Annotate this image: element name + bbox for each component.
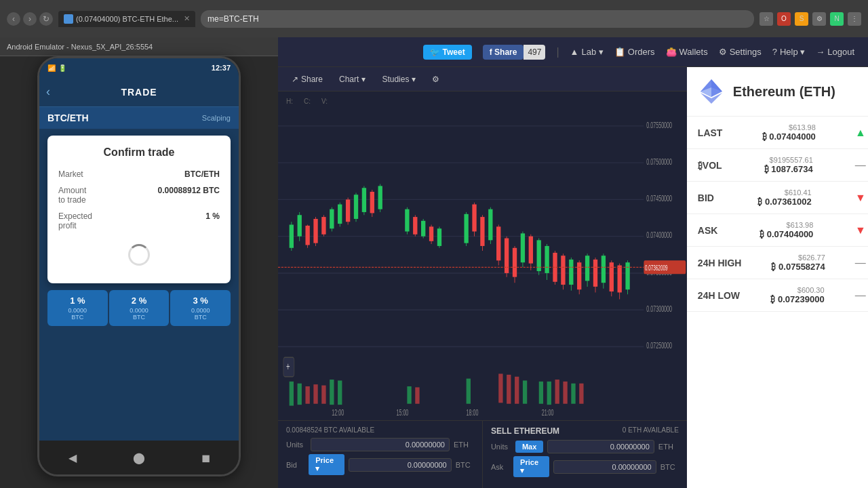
svg-rect-25 xyxy=(330,209,334,229)
help-icon: ? xyxy=(772,47,777,57)
svg-text:12:00: 12:00 xyxy=(332,408,344,418)
fb-share-group: f Share 497 xyxy=(483,45,546,60)
last-value: $613.98 ₿ 0.07404000 xyxy=(762,123,816,142)
bid-usd: $610.41 xyxy=(757,188,811,197)
tab-favicon xyxy=(64,14,73,24)
buy-price-input[interactable] xyxy=(349,458,452,472)
top-nav: 🐦 Tweet f Share 497 | ▲ Lab ▾ 📋 Orders 👛… xyxy=(278,37,868,67)
price-dropdown-button[interactable]: Price ▾ xyxy=(309,454,344,475)
svg-rect-83 xyxy=(601,256,606,283)
app-top-bar: ‹ TRADE xyxy=(39,77,239,107)
bvol-btc: ₿ 1087.6734 xyxy=(764,164,813,174)
browser-icons: ☆ O S ⚙ N ⋮ xyxy=(760,12,861,26)
back-arrow-icon[interactable]: ‹ xyxy=(46,85,50,99)
svg-text:0.07400000: 0.07400000 xyxy=(646,230,672,240)
back-nav-btn[interactable]: ◀ xyxy=(62,447,83,468)
svg-rect-98 xyxy=(330,380,334,405)
amount-value: 0.00088912 BTC xyxy=(158,186,220,195)
svg-rect-108 xyxy=(547,382,551,405)
pct-3-amount: 0.0000BTC xyxy=(173,307,228,321)
star-icon[interactable]: ☆ xyxy=(760,12,773,26)
pct-2-label: 2 % xyxy=(112,296,167,306)
menu-icon[interactable]: ⋮ xyxy=(848,12,861,26)
pct-btn-1[interactable]: 1 % 0.0000BTC xyxy=(47,290,108,326)
chart-tool-button[interactable]: Chart ▾ xyxy=(334,73,371,86)
sell-eth-currency: ETH xyxy=(658,443,679,451)
svg-rect-93 xyxy=(290,382,294,406)
wallets-icon: 👛 xyxy=(666,47,677,57)
svg-rect-94 xyxy=(298,384,302,405)
ext1-icon[interactable]: O xyxy=(777,12,791,26)
eth-24h-high-row: 24H HIGH $626.77 ₿ 0.07558274 — xyxy=(687,247,868,279)
24h-high-btc: ₿ 0.07558274 xyxy=(771,262,825,272)
forward-button[interactable]: › xyxy=(23,12,37,26)
svg-text:0.07500000: 0.07500000 xyxy=(646,157,672,167)
profit-value: 1 % xyxy=(205,211,220,221)
fb-share-button[interactable]: f Share xyxy=(483,45,524,60)
nav-settings[interactable]: ⚙ Settings xyxy=(719,47,762,57)
reload-button[interactable]: ↻ xyxy=(39,12,53,26)
sell-units-input[interactable] xyxy=(547,440,654,453)
address-bar[interactable]: me=BTC-ETH xyxy=(201,10,754,28)
tab-title: (0.07404000) BTC-ETH Ethe... xyxy=(76,15,178,23)
recents-nav-btn[interactable]: ◼ xyxy=(195,447,216,468)
content-area: ↗ Share Chart ▾ Studies ▾ ⚙ xyxy=(278,67,868,488)
nav-orders[interactable]: 📋 Orders xyxy=(614,47,655,57)
twitter-icon: 🐦 xyxy=(430,47,440,57)
phone-nav-bar: ◀ ⬤ ◼ xyxy=(39,441,239,474)
bvol-label: ₿VOL xyxy=(698,160,722,171)
settings-tool-button[interactable]: ⚙ xyxy=(427,73,445,86)
ask-metric-label: ASK xyxy=(698,225,718,236)
eth-ask-row: ASK $613.98 ₿ 0.07404000 ▼ xyxy=(687,214,868,247)
nav-lab[interactable]: ▲ Lab ▾ xyxy=(570,47,604,57)
bid-value: $610.41 ₿ 0.07361002 xyxy=(757,188,811,207)
share-count: 497 xyxy=(524,45,545,60)
ask-usd: $613.98 xyxy=(760,221,813,229)
buy-eth-currency: ETH xyxy=(454,441,474,449)
scalping-badge: Scalping xyxy=(202,114,231,122)
nav-wallets[interactable]: 👛 Wallets xyxy=(666,47,708,57)
buy-units-input[interactable] xyxy=(311,438,450,451)
bid-metric-label: BID xyxy=(698,192,714,203)
nav-buttons: ‹ › ↻ xyxy=(7,12,53,26)
bvol-direction-icon: — xyxy=(855,159,866,171)
bvol-value: $9195557.61 ₿ 1087.6734 xyxy=(764,156,813,174)
pct-btn-2[interactable]: 2 % 0.0000BTC xyxy=(109,290,170,326)
svg-rect-23 xyxy=(321,217,326,235)
svg-rect-31 xyxy=(354,195,358,219)
svg-rect-33 xyxy=(362,188,366,212)
pct-btn-3[interactable]: 3 % 0.0000BTC xyxy=(170,290,231,326)
svg-rect-106 xyxy=(523,380,527,403)
ext4-icon[interactable]: N xyxy=(830,12,844,26)
tab-close-button[interactable]: ✕ xyxy=(184,14,190,23)
back-button[interactable]: ‹ xyxy=(7,12,20,26)
ext3-icon[interactable]: ⚙ xyxy=(812,12,826,26)
share-tool-button[interactable]: ↗ Share xyxy=(286,73,328,86)
svg-rect-89 xyxy=(625,262,629,289)
sell-units-label: Units xyxy=(491,443,511,451)
chart-info-bar: H: C: V: xyxy=(278,92,687,110)
buy-price-row: Bid Price ▾ BTC xyxy=(286,454,474,475)
nav-logout[interactable]: → Logout xyxy=(816,47,854,57)
bid-direction-icon: ▼ xyxy=(855,192,866,204)
svg-rect-87 xyxy=(618,266,622,293)
signal-icon: 📶 xyxy=(47,64,56,72)
max-button[interactable]: Max xyxy=(515,441,543,453)
nav-help[interactable]: ? Help ▾ xyxy=(772,47,806,57)
sell-title: SELL ETHEREUM xyxy=(491,426,559,436)
lab-icon: ▲ xyxy=(570,47,579,57)
home-nav-btn[interactable]: ⬤ xyxy=(129,447,149,468)
ext2-icon[interactable]: S xyxy=(795,12,808,26)
tweet-button[interactable]: 🐦 Tweet xyxy=(423,45,471,60)
url-text: me=BTC-ETH xyxy=(208,14,259,24)
pair-header: BTC/ETH Scalping xyxy=(39,107,239,129)
sell-price-input[interactable] xyxy=(553,460,656,474)
svg-text:0.07250000: 0.07250000 xyxy=(646,341,672,350)
svg-rect-79 xyxy=(585,256,589,281)
svg-rect-17 xyxy=(298,215,302,236)
sell-units-row: Units Max ETH xyxy=(491,440,679,453)
sell-price-dropdown[interactable]: Price ▾ xyxy=(513,456,549,477)
studies-tool-button[interactable]: Studies ▾ xyxy=(376,73,421,86)
browser-tab[interactable]: (0.07404000) BTC-ETH Ethe... ✕ xyxy=(58,11,195,27)
fb-icon: f xyxy=(490,47,492,57)
